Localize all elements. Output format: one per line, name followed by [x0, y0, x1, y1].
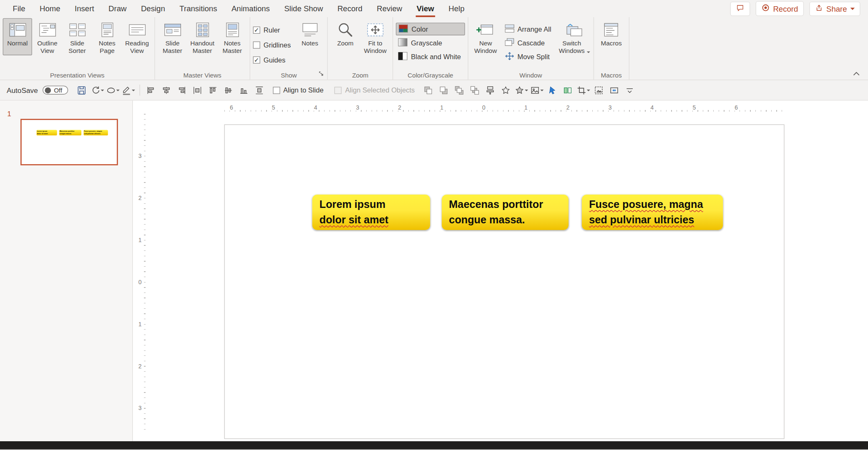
- format-painter-button[interactable]: [483, 83, 498, 97]
- move-split-button[interactable]: Move Split: [503, 50, 555, 63]
- textbox-lorem[interactable]: Lorem ipsum dolor sit amet: [312, 195, 430, 230]
- picture-border-button[interactable]: [591, 83, 606, 97]
- notes-page-button[interactable]: Notes Page: [93, 18, 122, 55]
- tab-view[interactable]: View: [409, 0, 441, 17]
- arrange-all-button[interactable]: Arrange All: [503, 22, 555, 35]
- ruler-number: 6: [733, 104, 740, 110]
- horizontal-ruler[interactable]: 6 5 4 3 2 1 0 1 2 3 4 5 6: [224, 104, 785, 112]
- quick-access-toolbar: AutoSave Off: [0, 80, 868, 100]
- distribute-vertical-button[interactable]: [252, 83, 267, 97]
- ruler-checkbox[interactable]: [253, 27, 260, 34]
- comments-button[interactable]: [730, 1, 750, 15]
- slide-sorter-button[interactable]: Slide Sorter: [63, 18, 92, 55]
- notes-button[interactable]: Notes: [295, 18, 325, 67]
- notes-master-button[interactable]: Notes Master: [218, 18, 247, 55]
- guides-checkbox-row[interactable]: Guides: [253, 53, 291, 67]
- tab-draw[interactable]: Draw: [101, 0, 134, 17]
- tab-design[interactable]: Design: [134, 0, 172, 17]
- distribute-horizontal-button[interactable]: [190, 83, 205, 97]
- send-to-back-button[interactable]: [467, 83, 482, 97]
- color-button[interactable]: Color: [396, 22, 465, 35]
- align-bottom-button[interactable]: [236, 83, 251, 97]
- selection-cursor-button[interactable]: [545, 83, 559, 97]
- tab-insert[interactable]: Insert: [68, 0, 101, 17]
- gridlines-checkbox-row[interactable]: Gridlines: [253, 38, 291, 52]
- outline-view-button[interactable]: Outline View: [33, 18, 62, 55]
- tab-file[interactable]: File: [5, 0, 32, 17]
- shape-button[interactable]: [106, 83, 120, 97]
- save-button[interactable]: [75, 83, 89, 97]
- tab-review[interactable]: Review: [370, 0, 409, 17]
- align-left-button[interactable]: [143, 83, 158, 97]
- ruler-number: 5: [270, 104, 277, 110]
- share-button[interactable]: Share: [809, 1, 860, 15]
- ruler-number: 6: [228, 104, 235, 110]
- star-button[interactable]: [498, 83, 513, 97]
- tab-home[interactable]: Home: [33, 0, 68, 17]
- ruler-number: 0: [138, 277, 142, 287]
- new-window-button[interactable]: New Window: [471, 18, 500, 63]
- compress-picture-button[interactable]: [607, 83, 621, 97]
- record-button[interactable]: Record: [755, 1, 804, 16]
- align-to-slide-checkbox[interactable]: [273, 87, 280, 94]
- group-label: Show: [250, 72, 327, 78]
- tab-help[interactable]: Help: [441, 0, 472, 17]
- autosave-label: AutoSave: [7, 86, 38, 94]
- chevron-down-icon: [116, 90, 120, 93]
- ruler-number: 0: [481, 104, 487, 110]
- guides-checkbox[interactable]: [253, 56, 260, 63]
- align-center-button[interactable]: [159, 83, 174, 97]
- picture-button[interactable]: [529, 83, 544, 97]
- ruler-number: 1: [138, 235, 142, 245]
- align-middle-button[interactable]: [221, 83, 236, 97]
- reading-view-button[interactable]: Reading View: [122, 18, 151, 55]
- crop-button[interactable]: [576, 83, 591, 97]
- slide-thumbnail[interactable]: Lorem ipsumdolor sit amet Maecenas portt…: [20, 119, 118, 165]
- share-icon: [815, 4, 823, 14]
- bring-to-front-button[interactable]: [452, 83, 466, 97]
- ruler-number: 5: [691, 104, 697, 110]
- bring-forward-button[interactable]: [421, 83, 435, 97]
- align-selected-objects-checkbox: [335, 87, 342, 94]
- vertical-ruler[interactable]: 3 2 1 0 1 2 3: [137, 114, 146, 430]
- autosave-toggle[interactable]: Off: [43, 86, 68, 95]
- switch-windows-button[interactable]: Switch Windows: [557, 18, 591, 63]
- tab-animations[interactable]: Animations: [224, 0, 277, 17]
- gridlines-checkbox[interactable]: [253, 42, 260, 49]
- align-to-slide-label: Align to Slide: [283, 86, 324, 94]
- macros-button[interactable]: Macros: [596, 18, 626, 48]
- group-label: Color/Grayscale: [393, 72, 468, 78]
- tab-slide-show[interactable]: Slide Show: [277, 0, 330, 17]
- tab-record[interactable]: Record: [330, 0, 370, 17]
- tab-transitions[interactable]: Transitions: [172, 0, 224, 17]
- textbox-maecenas[interactable]: Maecenas porttitor congue massa.: [442, 195, 569, 230]
- normal-view-button[interactable]: Normal: [3, 18, 32, 55]
- black-and-white-button[interactable]: Black and White: [396, 50, 465, 63]
- align-to-slide-checkbox-row[interactable]: Align to Slide: [273, 83, 324, 97]
- slide-canvas[interactable]: Lorem ipsum dolor sit amet Maecenas port…: [224, 125, 785, 439]
- chevron-down-icon: [850, 8, 855, 12]
- textbox-line: Fusce posuere, magna: [589, 197, 723, 212]
- handout-master-button[interactable]: Handout Master: [188, 18, 217, 55]
- cascade-button[interactable]: Cascade: [503, 37, 555, 50]
- fit-to-window-button[interactable]: Fit to Window: [360, 18, 390, 55]
- ruler-checkbox-row[interactable]: Ruler: [253, 23, 291, 37]
- send-backward-button[interactable]: [436, 83, 451, 97]
- textbox-fusce[interactable]: Fusce posuere, magna sed pulvinar ultric…: [582, 195, 723, 230]
- align-right-button[interactable]: [175, 83, 189, 97]
- grayscale-button[interactable]: Grayscale: [396, 37, 465, 50]
- smart-guides-button[interactable]: [560, 83, 575, 97]
- ruler-number: 3: [138, 403, 142, 413]
- slide-master-button[interactable]: Slide Master: [158, 18, 187, 55]
- align-top-button[interactable]: [206, 83, 220, 97]
- workspace: 1 Lorem ipsumdolor sit amet Maecenas por…: [0, 100, 868, 441]
- zoom-button[interactable]: Zoom: [331, 18, 360, 55]
- group-window: New Window Arrange All Cascade: [468, 17, 594, 80]
- shape-outline-button[interactable]: [121, 83, 136, 97]
- repeat-button[interactable]: [90, 83, 105, 97]
- ruler-number: 1: [438, 104, 445, 110]
- toolbar-overflow-button[interactable]: [622, 83, 637, 97]
- thumbnail-textbox-3: Fusce posuere, magnased pulvinar ultrici…: [83, 130, 108, 135]
- shape-effects-button[interactable]: [514, 83, 528, 97]
- collapse-ribbon-icon[interactable]: [852, 70, 861, 77]
